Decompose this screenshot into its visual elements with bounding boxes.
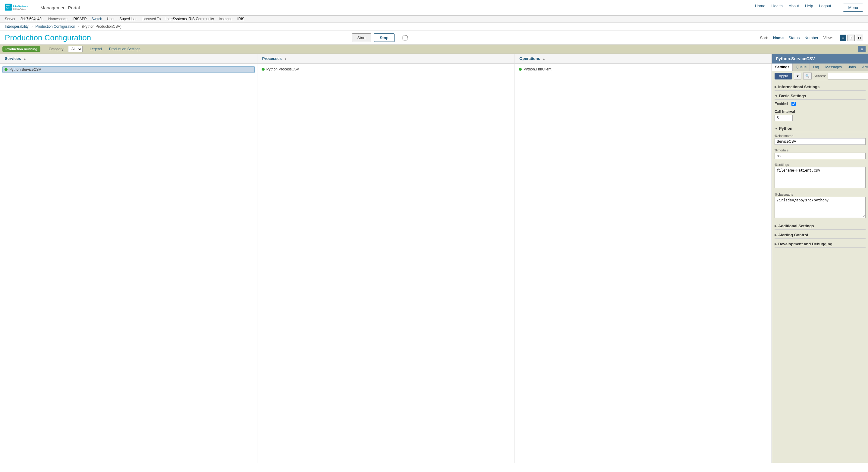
basic-settings-section-header[interactable]: ▼ Basic Settings — [775, 92, 866, 100]
search-icon-button[interactable]: 🔍 — [803, 72, 812, 79]
tab-log[interactable]: Log — [810, 64, 822, 71]
panel-toolbar: Apply ▼ 🔍 Search: — [772, 71, 868, 81]
settings-label: %settings — [775, 163, 866, 166]
classpaths-textarea[interactable]: /irisdev/app/src/python/ — [775, 197, 866, 218]
python-arrow-icon: ▼ — [775, 127, 778, 130]
nav-health[interactable]: Health — [771, 4, 783, 12]
spinner-icon — [402, 35, 408, 41]
classpaths-label: %classpaths — [775, 193, 866, 196]
settings-textarea[interactable]: filename=Patient.csv — [775, 167, 866, 188]
additional-arrow-icon: ▶ — [775, 224, 777, 228]
production-settings-link[interactable]: Production Settings — [109, 47, 141, 51]
legend-link[interactable]: Legend — [90, 47, 102, 51]
column-headers: Services ▲ Processes ▲ Operations ▲ — [0, 54, 772, 64]
server-bar: Server 2bb7f694d43a Namespace IRISAPP Sw… — [0, 15, 868, 23]
classname-label: %classname — [775, 134, 866, 138]
processes-section: Python.ProcessCSV — [257, 64, 515, 463]
header-buttons: Start Stop — [352, 33, 395, 42]
service-item-label: Python.ServiceCSV — [9, 67, 41, 72]
main-content: Services ▲ Processes ▲ Operations ▲ Pyth… — [0, 54, 868, 463]
user-label: User — [107, 17, 115, 21]
service-item-python-servicecsv[interactable]: Python.ServiceCSV — [2, 66, 255, 73]
operation-item-python-fhirclient[interactable]: Python.FhirClient — [517, 66, 769, 72]
informational-settings-title: Informational Settings — [778, 85, 819, 89]
status-dot-green — [261, 68, 265, 71]
tab-actions[interactable]: Actions — [859, 64, 868, 71]
debugging-section-header[interactable]: ▶ Development and Debugging — [775, 240, 866, 248]
sort-status[interactable]: Status — [788, 36, 800, 40]
server-value: 2bb7f694d43a — [20, 17, 43, 21]
enabled-label: Enabled — [775, 102, 788, 106]
process-item-python-processcsv[interactable]: Python.ProcessCSV — [260, 66, 512, 72]
svg-text:®: ® — [6, 9, 7, 10]
basic-settings-title: Basic Settings — [779, 94, 806, 98]
enabled-checkbox[interactable] — [792, 102, 796, 106]
expand-button[interactable]: » — [858, 46, 866, 53]
svg-text:Systems: Systems — [6, 7, 13, 8]
enabled-checkbox-area: Enabled — [775, 101, 866, 106]
toolbar-row: Production Running Category: All Legend … — [0, 44, 868, 54]
settings-field-group: %settings filename=Patient.csv — [775, 163, 866, 189]
basic-arrow-icon: ▼ — [775, 94, 778, 98]
filter-button[interactable]: ▼ — [794, 73, 801, 79]
search-input[interactable] — [828, 73, 868, 79]
status-dot-green — [519, 68, 522, 71]
logo-area: Inter Systems ® InterSystems IRIS Data P… — [5, 2, 80, 13]
instance-label: Instance — [219, 17, 232, 21]
tab-jobs[interactable]: Jobs — [845, 64, 859, 71]
sort-name[interactable]: Name — [773, 36, 784, 40]
python-section-title: Python — [779, 126, 792, 131]
classpaths-field-group: %classpaths /irisdev/app/src/python/ — [775, 193, 866, 219]
breadcrumb-prod-config[interactable]: Production Configuration — [35, 24, 75, 29]
logo-svg: Inter Systems ® InterSystems IRIS Data P… — [5, 2, 38, 13]
module-input[interactable] — [775, 153, 866, 159]
sort-number[interactable]: Number — [804, 36, 818, 40]
svg-text:Inter: Inter — [6, 5, 10, 7]
alerting-section-header[interactable]: ▶ Alerting Control — [775, 232, 866, 239]
right-panel: Python.ServiceCSV Settings Queue Log Mes… — [772, 54, 868, 463]
start-button[interactable]: Start — [352, 33, 371, 42]
top-nav: Inter Systems ® InterSystems IRIS Data P… — [0, 0, 868, 15]
apply-button[interactable]: Apply — [775, 73, 792, 79]
menu-button[interactable]: Menu — [843, 4, 863, 12]
informational-settings-section-header[interactable]: ▶ Informational Settings — [775, 83, 866, 91]
operation-item-label: Python.FhirClient — [524, 67, 551, 71]
nav-home[interactable]: Home — [755, 4, 766, 12]
licensed-label: Licensed To — [142, 17, 161, 21]
category-select[interactable]: All — [68, 46, 83, 53]
status-dot-green — [4, 68, 7, 71]
call-interval-label: Call Interval — [775, 109, 866, 114]
namespace-label: Namespace — [48, 17, 67, 21]
debugging-arrow-icon: ▶ — [775, 242, 777, 246]
stop-button[interactable]: Stop — [374, 33, 395, 42]
nav-links: Home Health About Help Logout Menu — [755, 4, 863, 12]
module-label: %module — [775, 148, 866, 152]
nav-logout[interactable]: Logout — [819, 4, 831, 12]
switch-link[interactable]: Switch — [91, 17, 102, 21]
panel-title: Python.ServiceCSV — [772, 54, 868, 64]
classname-input[interactable] — [775, 138, 866, 145]
enabled-field-group: Enabled — [775, 101, 866, 106]
sort-label: Sort: — [760, 36, 768, 40]
tab-settings[interactable]: Settings — [772, 64, 793, 71]
breadcrumb-current: (Python.ProductionCSV) — [82, 24, 121, 29]
view-detail-button[interactable]: ⊟ — [856, 35, 863, 41]
process-item-label: Python.ProcessCSV — [267, 67, 299, 71]
view-list-button[interactable]: ≡ — [840, 35, 846, 41]
view-label: View: — [823, 36, 833, 40]
classname-field-group: %classname — [775, 134, 866, 145]
python-section-header[interactable]: ▼ Python — [775, 125, 866, 132]
instance-value: IRIS — [237, 17, 244, 21]
view-grid-button[interactable]: ⊞ — [847, 35, 855, 41]
additional-settings-section-header[interactable]: ▶ Additional Settings — [775, 223, 866, 230]
nav-help[interactable]: Help — [805, 4, 813, 12]
namespace-value: IRISAPP — [72, 17, 87, 21]
tab-messages[interactable]: Messages — [822, 64, 845, 71]
breadcrumb-interoperability[interactable]: Interoperability — [5, 24, 29, 29]
category-label: Category: — [49, 47, 64, 51]
nav-about[interactable]: About — [789, 4, 799, 12]
services-section: Python.ServiceCSV — [0, 64, 257, 463]
page-title: Production Configuration — [5, 33, 347, 42]
call-interval-input[interactable] — [775, 115, 793, 121]
tab-queue[interactable]: Queue — [793, 64, 810, 71]
